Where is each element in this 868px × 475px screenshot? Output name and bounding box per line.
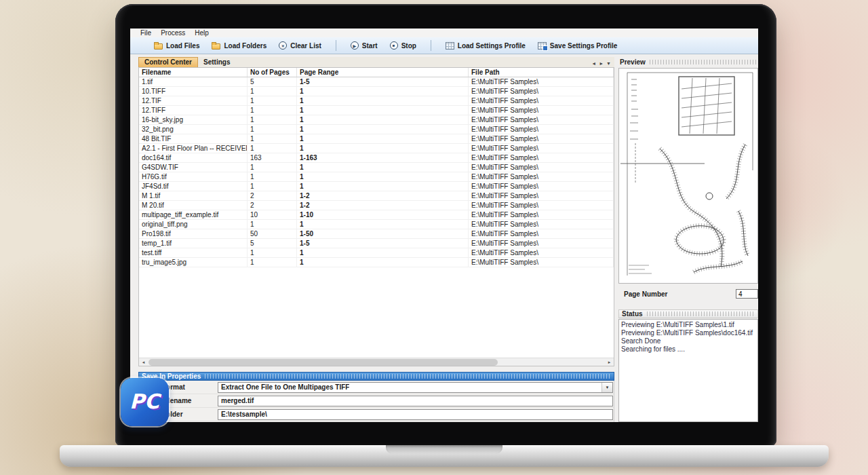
svg-text:PC: PC <box>130 390 162 413</box>
tab-settings[interactable]: Settings <box>198 58 235 67</box>
table-row[interactable]: 12.TIF11E:\MultiTIFF Samples\ <box>139 96 614 106</box>
table-cell: temp_1.tif <box>139 239 248 248</box>
menu-bar: FileProcessHelp <box>130 28 758 37</box>
table-cell: E:\MultiTIFF Samples\ <box>469 191 614 200</box>
table-row[interactable]: JF4Sd.tif11E:\MultiTIFF Samples\ <box>139 182 614 191</box>
table-row[interactable]: G4SDW.TIF11E:\MultiTIFF Samples\ <box>139 163 614 172</box>
table-row[interactable]: 32_bit.png11E:\MultiTIFF Samples\ <box>139 125 614 134</box>
tab-scroll-right-icon[interactable]: ► <box>599 61 604 66</box>
toolbar-button-clear-list[interactable]: ✕Clear List <box>273 40 328 51</box>
toolbar-separator <box>336 40 336 51</box>
menu-item-process[interactable]: Process <box>156 29 190 37</box>
laptop-frame: FileProcessHelp Load FilesLoad Folders✕C… <box>115 4 776 446</box>
table-cell: 2 <box>248 191 297 200</box>
table-row[interactable]: doc164.tif1631-163E:\MultiTIFF Samples\ <box>139 153 614 163</box>
app-logo: PC PC <box>121 378 169 426</box>
property-row-folder: Folder <box>139 408 614 421</box>
plat-map-drawing <box>619 69 757 283</box>
format-dropdown[interactable]: Extract One File to One Multipages TIFF▼ <box>218 382 613 393</box>
table-cell: 163 <box>248 153 297 162</box>
toolbar: Load FilesLoad Folders✕Clear List▶Start■… <box>130 37 758 54</box>
column-header-filename[interactable]: Filename <box>139 68 248 77</box>
table-row[interactable]: tru_image5.jpg11E:\MultiTIFF Samples\ <box>139 258 614 267</box>
horizontal-scrollbar[interactable]: ◂ ▸ <box>139 358 614 366</box>
table-row[interactable]: multipage_tiff_example.tif101-10E:\Multi… <box>139 210 614 220</box>
property-row-filename: Filename <box>139 394 614 408</box>
column-header-page-range[interactable]: Page Range <box>297 68 469 77</box>
folder-input[interactable] <box>218 409 613 420</box>
chevron-down-icon[interactable]: ▼ <box>601 383 612 392</box>
table-row[interactable]: 12.TIFF11E:\MultiTIFF Samples\ <box>139 106 614 115</box>
table-row[interactable]: 1.tif51-5E:\MultiTIFF Samples\ <box>139 77 614 87</box>
tab-row: Control CenterSettings ◄ ► ▼ <box>138 57 614 67</box>
menu-item-file[interactable]: File <box>136 29 156 37</box>
scrollbar-thumb[interactable] <box>149 359 498 366</box>
table-row[interactable]: A2.1 - First Floor Plan -- RECEIVED ...1… <box>139 144 614 153</box>
scrollbar-track[interactable] <box>148 358 605 366</box>
menu-item-help[interactable]: Help <box>190 29 214 37</box>
table-cell: multipage_tiff_example.tif <box>139 210 248 219</box>
table-cell: G4SDW.TIF <box>139 163 248 172</box>
column-header-no-of-pages[interactable]: No of Pages <box>248 68 297 77</box>
scroll-left-icon[interactable]: ◂ <box>139 358 148 366</box>
table-cell: 1 <box>248 144 297 153</box>
toolbar-button-stop[interactable]: ■Stop <box>384 40 422 51</box>
toolbar-button-save-settings-profile[interactable]: Save Settings Profile <box>532 41 623 51</box>
dropdown-value: Extract One File to One Multipages TIFF <box>221 383 349 391</box>
toolbar-button-load-settings-profile[interactable]: Load Settings Profile <box>439 41 532 51</box>
table-row[interactable]: H76G.tif11E:\MultiTIFF Samples\ <box>139 172 614 182</box>
table-cell: 1 <box>297 125 469 134</box>
table-cell: 1 <box>248 172 297 181</box>
page-number-input[interactable] <box>736 289 758 299</box>
filename-input[interactable] <box>218 396 613 406</box>
table-cell: E:\MultiTIFF Samples\ <box>469 220 614 229</box>
table-cell: 1 <box>248 87 297 96</box>
preview-image <box>618 68 758 284</box>
table-row[interactable]: 16-bit_sky.jpg11E:\MultiTIFF Samples\ <box>139 115 614 125</box>
table-cell: 1 <box>248 258 297 267</box>
table-cell: 1-10 <box>297 210 469 219</box>
toolbar-button-load-files[interactable]: Load Files <box>148 41 205 51</box>
table-cell: 1 <box>248 220 297 229</box>
table-cell: 1 <box>297 220 469 229</box>
page-number-label: Page Number <box>624 290 667 298</box>
stop-icon: ■ <box>390 41 398 50</box>
table-cell: tru_image5.jpg <box>139 258 248 267</box>
table-row[interactable]: M 20.tif21-2E:\MultiTIFF Samples\ <box>139 201 614 210</box>
table-row[interactable]: test.tiff11E:\MultiTIFF Samples\ <box>139 248 614 258</box>
toolbar-button-label: Stop <box>401 42 416 50</box>
table-row[interactable]: original_tiff.png11E:\MultiTIFF Samples\ <box>139 220 614 229</box>
toolbar-button-load-folders[interactable]: Load Folders <box>205 41 273 51</box>
toolbar-button-start[interactable]: ▶Start <box>344 40 384 51</box>
table-row[interactable]: M 1.tif21-2E:\MultiTIFF Samples\ <box>139 191 614 201</box>
table-cell: 1 <box>297 87 469 96</box>
table-cell: 1 <box>297 163 469 172</box>
file-list-body: 1.tif51-5E:\MultiTIFF Samples\10.TIFF11E… <box>139 77 614 358</box>
toolbar-button-label: Start <box>362 42 378 50</box>
tab-menu-icon[interactable]: ▼ <box>606 61 611 66</box>
tab-control-center[interactable]: Control Center <box>138 57 198 67</box>
table-cell: 1 <box>297 115 469 124</box>
table-cell: 10.TIFF <box>139 87 248 96</box>
table-cell: 1 <box>297 96 469 105</box>
load-folders-icon <box>212 43 220 50</box>
table-row[interactable]: temp_1.tif51-5E:\MultiTIFF Samples\ <box>139 239 614 248</box>
status-title: Status <box>622 310 643 318</box>
scroll-right-icon[interactable]: ▸ <box>605 358 614 366</box>
status-log: Previewing E:\MultiTIFF Samples\1.tifPre… <box>618 319 758 422</box>
tab-scroll-left-icon[interactable]: ◄ <box>591 61 596 66</box>
toolbar-button-label: Load Settings Profile <box>458 42 526 50</box>
table-cell: 1-50 <box>297 229 469 238</box>
column-header-file-path[interactable]: File Path <box>469 68 614 77</box>
preview-header: Preview <box>618 57 758 66</box>
table-cell: E:\MultiTIFF Samples\ <box>469 182 614 191</box>
file-list-header: FilenameNo of PagesPage RangeFile Path <box>139 68 614 77</box>
table-cell: E:\MultiTIFF Samples\ <box>469 87 614 96</box>
table-row[interactable]: 48 Bit.TIF11E:\MultiTIFF Samples\ <box>139 134 614 144</box>
toolbar-separator <box>431 40 431 51</box>
table-row[interactable]: 10.TIFF11E:\MultiTIFF Samples\ <box>139 87 614 96</box>
table-cell: 12.TIFF <box>139 106 248 115</box>
table-row[interactable]: Pro198.tif501-50E:\MultiTIFF Samples\ <box>139 229 614 239</box>
table-cell: test.tiff <box>139 248 248 257</box>
table-cell: E:\MultiTIFF Samples\ <box>469 96 614 105</box>
